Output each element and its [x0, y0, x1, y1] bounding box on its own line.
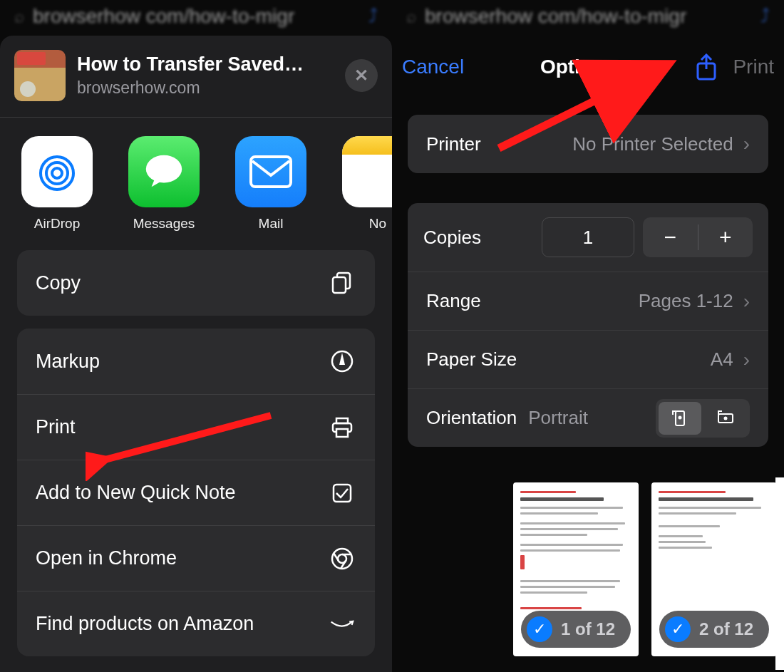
- app-mail[interactable]: Mail: [235, 136, 306, 232]
- preview-label: 1 of 12: [561, 619, 615, 639]
- share-header-text: How to Transfer Saved… browserhow.com: [77, 53, 345, 98]
- check-icon: ✓: [527, 616, 552, 642]
- svg-rect-4: [251, 157, 291, 187]
- share-apps-row[interactable]: AirDrop Messages Mail No: [0, 118, 392, 250]
- address-bar-blurred: ⌕ browserhow com/how-to-migr ⤴: [0, 0, 392, 32]
- share-icon: [695, 53, 718, 81]
- setting-value: No Printer Selected: [572, 133, 733, 155]
- quicknote-action[interactable]: Add to New Quick Note: [17, 460, 375, 525]
- app-label: Mail: [259, 216, 284, 232]
- copy-action[interactable]: Copy: [17, 250, 375, 316]
- setting-label: Copies: [423, 227, 481, 249]
- share-domain: browserhow.com: [77, 78, 345, 98]
- messages-icon: [128, 136, 200, 207]
- page-thumbnail: [14, 50, 66, 101]
- action-group-copy: Copy: [17, 250, 375, 316]
- preview-area[interactable]: ✓ 1 of 12 ✓ 2 of 12: [392, 465, 784, 672]
- copies-row: Copies 1 − +: [408, 203, 768, 272]
- cancel-button[interactable]: Cancel: [402, 56, 464, 78]
- preview-page-2[interactable]: ✓ 2 of 12: [651, 482, 777, 656]
- portrait-icon: [671, 409, 689, 428]
- setting-value: A4: [711, 348, 733, 371]
- app-label: AirDrop: [34, 216, 80, 232]
- orientation-row: Orientation Portrait: [408, 388, 768, 447]
- chevron-right-icon: ›: [743, 348, 750, 371]
- mail-icon: [235, 136, 306, 207]
- chrome-action[interactable]: Open in Chrome: [17, 525, 375, 591]
- svg-rect-10: [336, 429, 348, 437]
- print-icon: [328, 415, 356, 440]
- range-row[interactable]: Range Pages 1-12 ›: [408, 272, 768, 330]
- share-glyph-icon: ⤴: [368, 5, 378, 27]
- search-icon: ⌕: [406, 6, 416, 26]
- app-messages[interactable]: Messages: [128, 136, 200, 232]
- share-button[interactable]: [691, 52, 721, 82]
- settings-group: Copies 1 − + Range Pages 1-12 › Paper Si…: [408, 203, 768, 447]
- svg-point-23: [724, 416, 728, 420]
- action-label: Markup: [36, 351, 328, 373]
- share-sheet: How to Transfer Saved… browserhow.com ✕ …: [0, 36, 392, 672]
- options-title: Options: [464, 56, 691, 78]
- address-url: browserhow com/how-to-migr: [425, 5, 686, 28]
- stepper-decrement[interactable]: −: [643, 217, 698, 257]
- svg-rect-11: [334, 485, 351, 502]
- landscape-icon: [716, 409, 735, 428]
- preview-badge: ✓ 2 of 12: [659, 611, 769, 648]
- preview-page-1[interactable]: ✓ 1 of 12: [513, 482, 639, 656]
- setting-value: Pages 1-12: [639, 290, 733, 312]
- share-sheet-header: How to Transfer Saved… browserhow.com ✕: [0, 46, 392, 117]
- close-button[interactable]: ✕: [345, 59, 378, 92]
- setting-label: Printer: [426, 133, 481, 155]
- orientation-portrait-button[interactable]: [659, 402, 701, 435]
- printer-group: Printer No Printer Selected ›: [408, 115, 768, 173]
- app-airdrop[interactable]: AirDrop: [21, 136, 93, 232]
- copies-field[interactable]: 1: [542, 217, 634, 257]
- action-label: Add to New Quick Note: [36, 482, 328, 504]
- markup-action[interactable]: Markup: [17, 329, 375, 394]
- airdrop-icon: [21, 136, 93, 207]
- printer-row[interactable]: Printer No Printer Selected ›: [408, 115, 768, 173]
- chevron-right-icon: ›: [743, 290, 750, 313]
- action-label: Open in Chrome: [36, 547, 328, 569]
- notes-icon: [342, 136, 392, 207]
- svg-point-0: [52, 168, 62, 178]
- setting-label: Orientation: [426, 407, 517, 429]
- quicknote-icon: [328, 481, 356, 505]
- print-button-disabled: Print: [733, 56, 774, 78]
- share-title: How to Transfer Saved…: [77, 53, 345, 76]
- chrome-icon: [328, 547, 356, 571]
- setting-label: Range: [426, 290, 481, 312]
- address-bar-blurred: ⌕ browserhow com/how-to-migr ⤴: [392, 0, 784, 32]
- stepper-increment[interactable]: +: [698, 217, 753, 257]
- app-label: Messages: [133, 216, 195, 232]
- copies-stepper: − +: [643, 217, 753, 257]
- print-options-panel: ⌕ browserhow com/how-to-migr ⤴ Cancel Op…: [392, 0, 784, 672]
- copy-icon: [328, 271, 356, 295]
- app-label: No: [369, 216, 386, 232]
- app-notes[interactable]: No: [342, 136, 392, 232]
- svg-rect-6: [333, 277, 346, 293]
- svg-point-3: [146, 155, 182, 183]
- share-sheet-panel: ⌕ browserhow com/how-to-migr ⤴ How to Tr…: [0, 0, 392, 672]
- action-label: Copy: [36, 272, 328, 294]
- orientation-landscape-button[interactable]: [704, 402, 747, 435]
- amazon-action[interactable]: Find products on Amazon: [17, 591, 375, 656]
- setting-value: Portrait: [528, 407, 588, 429]
- amazon-icon: [328, 612, 356, 636]
- preview-badge: ✓ 1 of 12: [521, 611, 631, 648]
- paper-size-row[interactable]: Paper Size A4 ›: [408, 330, 768, 388]
- print-action[interactable]: Print: [17, 394, 375, 460]
- svg-point-21: [679, 415, 682, 419]
- markup-icon: [328, 349, 356, 373]
- check-icon: ✓: [665, 616, 691, 642]
- search-icon: ⌕: [14, 6, 24, 26]
- scroll-hint: [775, 477, 784, 670]
- share-glyph-icon: ⤴: [760, 5, 770, 27]
- address-url: browserhow com/how-to-migr: [33, 5, 294, 28]
- orientation-segmented: [656, 399, 750, 438]
- svg-point-1: [46, 162, 68, 184]
- close-icon: ✕: [354, 66, 368, 86]
- chevron-right-icon: ›: [743, 133, 750, 155]
- preview-label: 2 of 12: [699, 619, 753, 639]
- options-header: Cancel Options Print: [392, 32, 784, 102]
